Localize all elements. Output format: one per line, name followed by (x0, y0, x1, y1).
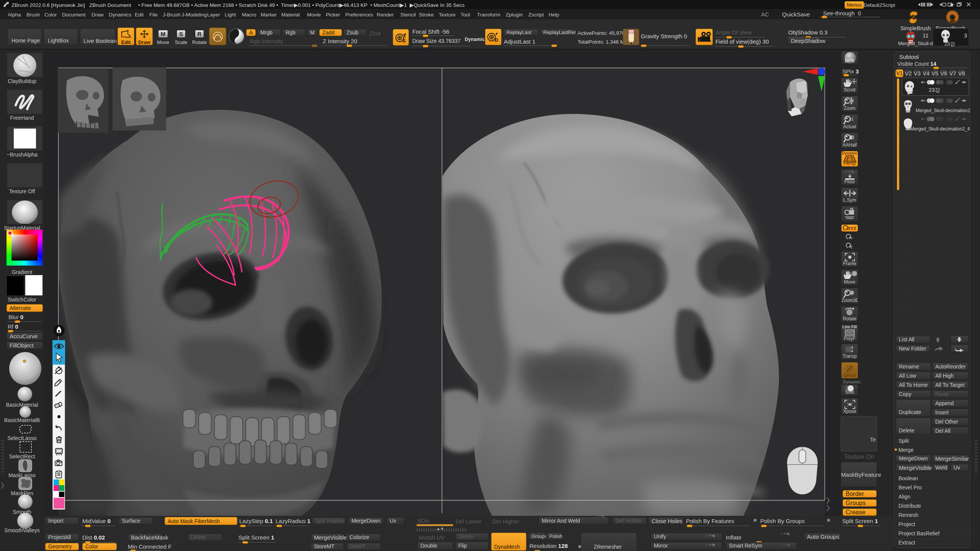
svg-text:x1: x1 (849, 117, 854, 121)
svg-text:Z: Z (851, 245, 853, 249)
svg-text:Y: Y (851, 236, 853, 240)
svg-text:D: D (495, 37, 498, 43)
svg-text:S: S (402, 38, 406, 44)
svg-text:XYZ: XYZ (848, 226, 856, 231)
